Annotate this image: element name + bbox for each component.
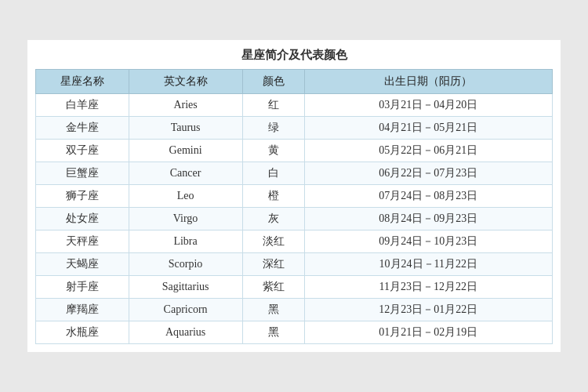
cell-color: 淡红: [242, 230, 304, 253]
cell-en: Aquarius: [129, 321, 242, 344]
cell-date: 05月22日－06月21日: [304, 140, 552, 162]
cell-date: 11月23日－12月22日: [304, 276, 552, 299]
table-header-row: 星座名称 英文名称 颜色 出生日期（阳历）: [36, 70, 553, 94]
table-row: 金牛座Taurus绿04月21日－05月21日: [36, 117, 553, 140]
table-row: 水瓶座Aquarius黑01月21日－02月19日: [36, 321, 553, 344]
table-row: 狮子座Leo橙07月24日－08月23日: [36, 185, 553, 208]
cell-zh: 白羊座: [36, 94, 129, 117]
cell-en: Scorpio: [129, 253, 242, 276]
table-row: 天蝎座Scorpio深红10月24日－11月22日: [36, 253, 553, 276]
cell-date: 06月22日－07月23日: [304, 162, 552, 185]
table-row: 天秤座Libra淡红09月24日－10月23日: [36, 230, 553, 253]
cell-date: 07月24日－08月23日: [304, 185, 552, 208]
cell-color: 红: [242, 94, 304, 117]
cell-en: Taurus: [129, 117, 242, 140]
cell-zh: 天蝎座: [36, 253, 129, 276]
cell-zh: 双子座: [36, 140, 129, 162]
cell-date: 03月21日－04月20日: [304, 94, 552, 117]
zodiac-table: 星座名称 英文名称 颜色 出生日期（阳历） 白羊座Aries红03月21日－04…: [35, 69, 553, 344]
cell-color: 紫红: [242, 276, 304, 299]
header-color: 颜色: [242, 70, 304, 94]
cell-date: 10月24日－11月22日: [304, 253, 552, 276]
page-title: 星座简介及代表颜色: [35, 48, 553, 63]
table-row: 白羊座Aries红03月21日－04月20日: [36, 94, 553, 117]
cell-color: 灰: [242, 208, 304, 230]
cell-en: Virgo: [129, 208, 242, 230]
cell-color: 黑: [242, 321, 304, 344]
table-row: 处女座Virgo灰08月24日－09月23日: [36, 208, 553, 230]
table-row: 双子座Gemini黄05月22日－06月21日: [36, 140, 553, 162]
table-row: 射手座Sagittarius紫红11月23日－12月22日: [36, 276, 553, 299]
cell-color: 黑: [242, 299, 304, 321]
cell-en: Leo: [129, 185, 242, 208]
cell-zh: 处女座: [36, 208, 129, 230]
cell-color: 绿: [242, 117, 304, 140]
cell-color: 白: [242, 162, 304, 185]
cell-date: 04月21日－05月21日: [304, 117, 552, 140]
cell-date: 09月24日－10月23日: [304, 230, 552, 253]
cell-color: 深红: [242, 253, 304, 276]
header-date: 出生日期（阳历）: [304, 70, 552, 94]
cell-zh: 水瓶座: [36, 321, 129, 344]
cell-zh: 射手座: [36, 276, 129, 299]
cell-zh: 金牛座: [36, 117, 129, 140]
cell-en: Libra: [129, 230, 242, 253]
cell-zh: 摩羯座: [36, 299, 129, 321]
table-body: 白羊座Aries红03月21日－04月20日金牛座Taurus绿04月21日－0…: [36, 94, 553, 344]
cell-en: Gemini: [129, 140, 242, 162]
cell-color: 黄: [242, 140, 304, 162]
cell-en: Aries: [129, 94, 242, 117]
table-row: 巨蟹座Cancer白06月22日－07月23日: [36, 162, 553, 185]
cell-en: Sagittarius: [129, 276, 242, 299]
cell-en: Cancer: [129, 162, 242, 185]
cell-zh: 巨蟹座: [36, 162, 129, 185]
cell-date: 01月21日－02月19日: [304, 321, 552, 344]
main-container: 星座简介及代表颜色 星座名称 英文名称 颜色 出生日期（阳历） 白羊座Aries…: [27, 40, 561, 352]
cell-color: 橙: [242, 185, 304, 208]
cell-en: Capricorn: [129, 299, 242, 321]
cell-date: 12月23日－01月22日: [304, 299, 552, 321]
table-row: 摩羯座Capricorn黑12月23日－01月22日: [36, 299, 553, 321]
header-en: 英文名称: [129, 70, 242, 94]
header-zh: 星座名称: [36, 70, 129, 94]
cell-zh: 天秤座: [36, 230, 129, 253]
cell-date: 08月24日－09月23日: [304, 208, 552, 230]
cell-zh: 狮子座: [36, 185, 129, 208]
